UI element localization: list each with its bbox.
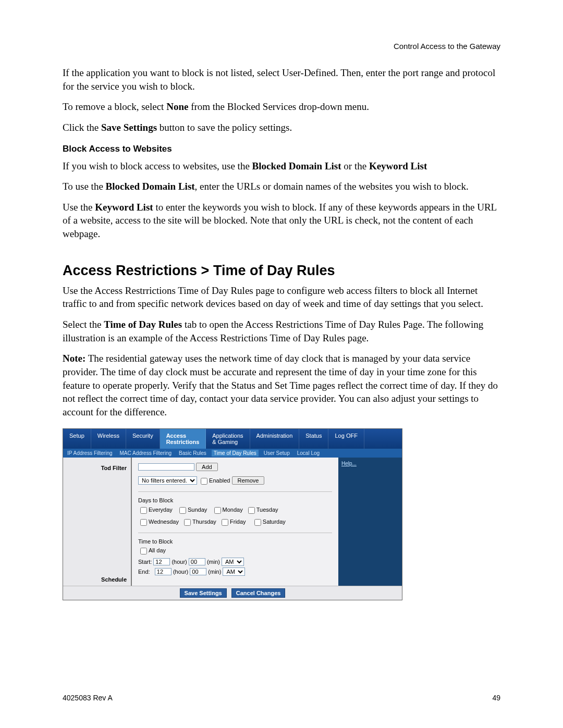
end-label: End: <box>138 569 150 575</box>
filter-name-input[interactable] <box>138 463 194 471</box>
day-wednesday-checkbox[interactable] <box>140 519 147 526</box>
day-thursday-checkbox[interactable] <box>184 519 191 526</box>
label-schedule: Schedule <box>63 573 131 586</box>
day-sunday-label: Sunday <box>188 507 207 513</box>
tab-administration[interactable]: Administration <box>250 429 300 449</box>
text: The residential gateway uses the network… <box>63 353 498 417</box>
min-unit-label: (min) <box>208 569 221 575</box>
paragraph: Use the Keyword List to enter the keywor… <box>63 201 500 241</box>
bold-text: Note: <box>63 353 85 364</box>
day-monday-label: Monday <box>223 507 243 513</box>
paragraph: If the application you want to block is … <box>63 66 500 93</box>
divider <box>138 491 332 492</box>
document-page: Control Access to the Gateway If the app… <box>0 0 563 728</box>
main-tab-row: Setup Wireless Security Access Restricti… <box>63 429 402 449</box>
help-column: Help... <box>338 458 402 586</box>
footer-page-number: 49 <box>492 694 500 702</box>
subheading: Block Access to Websites <box>63 144 500 154</box>
tab-applications-gaming[interactable]: Applications & Gaming <box>206 429 250 449</box>
min-unit-label: (min) <box>207 559 220 565</box>
text: , enter the URLs or domain names of the … <box>195 181 469 192</box>
day-everyday-checkbox[interactable] <box>140 507 147 514</box>
subtab-local-log[interactable]: Local Log <box>295 450 322 456</box>
bold-text: Keyword List <box>369 161 427 171</box>
left-label-column: Tod Filter Schedule <box>63 458 132 586</box>
text: If you wish to block access to websites,… <box>63 161 252 171</box>
day-monday-checkbox[interactable] <box>214 507 221 514</box>
text: from the Blocked Services drop-down menu… <box>188 101 369 112</box>
subtab-basic-rules[interactable]: Basic Rules <box>177 450 209 456</box>
save-cancel-bar: Save Settings Cancel Changes <box>63 586 402 600</box>
content-area: Tod Filter Schedule Add No filters enter… <box>63 458 402 586</box>
paragraph: Click the Save Settings button to save t… <box>63 121 500 134</box>
enabled-label: Enabled <box>209 477 230 484</box>
bold-text: Time of Day Rules <box>104 319 182 330</box>
tab-setup[interactable]: Setup <box>63 429 91 449</box>
subtab-mac-filtering[interactable]: MAC Address Filtering <box>118 450 174 456</box>
help-link[interactable]: Help... <box>341 461 357 466</box>
end-min-input[interactable] <box>190 568 206 575</box>
paragraph: Use the Access Restrrictions Time of Day… <box>63 284 500 311</box>
enabled-checkbox[interactable] <box>201 478 207 485</box>
days-to-block-label: Days to Block <box>138 497 332 503</box>
section-heading: Access Restrictions > Time of Day Rules <box>63 263 500 279</box>
start-min-input[interactable] <box>189 558 205 565</box>
bold-text: None <box>166 101 188 112</box>
day-friday-label: Friday <box>230 519 246 525</box>
text: or the <box>341 161 369 171</box>
day-wednesday-label: Wednesday <box>149 519 179 525</box>
day-thursday-label: Thursday <box>192 519 216 525</box>
hour-unit-label: (hour) <box>172 559 187 565</box>
hour-unit-label: (hour) <box>173 569 188 575</box>
subtab-time-of-day-rules[interactable]: Time of Day Rules <box>212 450 259 456</box>
filter-select[interactable]: No filters entered. <box>138 476 197 485</box>
day-saturday-label: Saturday <box>263 519 286 525</box>
day-everyday-label: Everyday <box>149 507 173 513</box>
tab-log-off[interactable]: Log OFF <box>328 429 364 449</box>
day-sunday-checkbox[interactable] <box>179 507 186 514</box>
text: Use the <box>63 202 95 213</box>
remove-button[interactable]: Remove <box>232 476 265 485</box>
bold-text: Blocked Domain List <box>106 181 195 192</box>
paragraph: To use the Blocked Domain List, enter th… <box>63 180 500 193</box>
tab-status[interactable]: Status <box>299 429 328 449</box>
save-settings-button[interactable]: Save Settings <box>180 588 227 598</box>
subtab-ip-filtering[interactable]: IP Address Filtering <box>65 450 115 456</box>
day-saturday-checkbox[interactable] <box>254 519 261 526</box>
text: Click the <box>63 122 101 133</box>
sub-tab-row: IP Address Filtering MAC Address Filteri… <box>63 449 402 458</box>
end-hour-input[interactable] <box>155 568 172 575</box>
start-ampm-select[interactable]: AM <box>222 558 244 566</box>
paragraph: If you wish to block access to websites,… <box>63 159 500 173</box>
paragraph: Note: The residential gateway uses the n… <box>63 352 500 418</box>
tab-security[interactable]: Security <box>126 429 160 449</box>
day-tuesday-checkbox[interactable] <box>248 507 255 514</box>
paragraph: To remove a block, select None from the … <box>63 100 500 114</box>
router-admin-screenshot: Setup Wireless Security Access Restricti… <box>63 428 402 600</box>
subtab-user-setup[interactable]: User Setup <box>262 450 292 456</box>
add-button[interactable]: Add <box>196 463 218 471</box>
day-friday-checkbox[interactable] <box>222 519 228 526</box>
text: button to save the policy settings. <box>157 122 292 133</box>
start-hour-input[interactable] <box>153 558 170 565</box>
divider <box>138 533 332 533</box>
bold-text: Save Settings <box>101 122 157 133</box>
end-ampm-select[interactable]: AM <box>223 567 245 576</box>
cancel-changes-button[interactable]: Cancel Changes <box>231 588 286 598</box>
bold-text: Blocked Domain List <box>252 161 341 171</box>
start-label: Start: <box>138 559 152 565</box>
tab-wireless[interactable]: Wireless <box>91 429 126 449</box>
paragraph: Select the Time of Day Rules tab to open… <box>63 318 500 344</box>
text: Select the <box>63 319 104 330</box>
footer-docid: 4025083 Rev A <box>63 694 113 702</box>
label-tod-filter: Tod Filter <box>63 462 131 474</box>
settings-column: Add No filters entered. Enabled Remove D… <box>132 458 338 586</box>
all-day-label: All day <box>149 547 166 553</box>
tab-access-restrictions[interactable]: Access Restrictions <box>160 429 206 449</box>
all-day-checkbox[interactable] <box>140 548 147 554</box>
page-header-section: Control Access to the Gateway <box>63 42 500 51</box>
time-to-block-label: Time to Block <box>138 538 332 545</box>
page-footer: 4025083 Rev A 49 <box>63 694 500 702</box>
text: To use the <box>63 181 106 192</box>
text: To remove a block, select <box>63 101 166 112</box>
